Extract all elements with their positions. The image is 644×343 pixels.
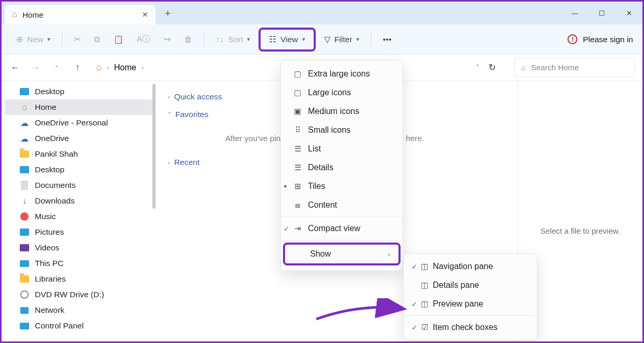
forward-button[interactable]: →: [30, 62, 42, 73]
recent-locations-button[interactable]: ˅: [50, 62, 63, 73]
sidebar-item-desktop[interactable]: Desktop: [2, 84, 156, 99]
desktop-icon: [20, 166, 29, 173]
menu-item-label: Large icons: [308, 88, 351, 97]
pane-icon: ◫: [419, 281, 430, 290]
maximize-button[interactable]: ☐: [588, 2, 615, 24]
sort-button[interactable]: ↑↓ Sort ▾: [211, 32, 255, 47]
submenu-item-item-check-boxes[interactable]: ✓☑Item check boxes: [404, 318, 537, 337]
sort-label: Sort: [228, 35, 243, 44]
up-button[interactable]: ↑: [71, 62, 84, 73]
chevron-down-icon: ˅: [168, 111, 171, 118]
menu-item-list[interactable]: ☰List: [281, 139, 403, 158]
submenu-item-details-pane[interactable]: ◫Details pane: [404, 276, 537, 295]
new-button[interactable]: ⊕ New ▾: [11, 32, 56, 47]
rename-button[interactable]: Aⓘ: [132, 31, 156, 48]
close-window-button[interactable]: ✕: [615, 2, 642, 24]
menu-item-extra-large-icons[interactable]: ▢Extra large icons: [281, 65, 403, 83]
check-icon: ✓: [409, 263, 419, 271]
sidebar-item-label: Libraries: [35, 274, 66, 284]
toolbar: ⊕ New ▾ ✂ ⧉ 📋 Aⓘ ↪ 🗑 ↑↓ Sort ▾ ☷ View ▾ …: [2, 24, 642, 55]
sidebar-item-libraries[interactable]: Libraries: [2, 271, 156, 287]
group-label: Favorites: [175, 110, 209, 119]
menu-item-details[interactable]: ☰Details: [281, 158, 403, 177]
search-box[interactable]: ⌕ Search Home: [514, 58, 635, 77]
warning-icon: !: [568, 34, 577, 44]
cut-button[interactable]: ✂: [69, 32, 86, 47]
menu-item-large-icons[interactable]: ▢Large icons: [281, 83, 403, 102]
network-icon: [20, 307, 29, 314]
refresh-button[interactable]: ↻: [488, 62, 496, 73]
view-menu: ▢Extra large icons ▢Large icons ▣Medium …: [280, 60, 403, 271]
menu-item-tiles[interactable]: ⊞Tiles: [281, 177, 403, 196]
sidebar-item-onedrive-personal[interactable]: ☁OneDrive - Personal: [2, 115, 156, 131]
menu-item-label: Compact view: [308, 224, 360, 233]
breadcrumb[interactable]: ⌂ › Home ›: [92, 58, 468, 77]
filter-button[interactable]: ▽ Filter ▾: [319, 32, 365, 47]
sidebar-item-documents[interactable]: Documents: [2, 177, 156, 193]
sidebar-item-home[interactable]: ⌂Home: [5, 99, 152, 115]
sidebar-item-label: Pictures: [35, 227, 64, 237]
check-icon: ✓: [281, 225, 291, 233]
view-button[interactable]: ☷ View ▾: [264, 32, 310, 47]
menu-separator: [281, 240, 403, 240]
sidebar-item-label: DVD RW Drive (D:): [35, 290, 104, 299]
paste-button[interactable]: 📋: [108, 32, 128, 47]
sidebar-item-dvd-drive[interactable]: DVD RW Drive (D:): [2, 287, 156, 302]
menu-item-label: Show: [310, 249, 331, 259]
preview-hint: Select a file to preview.: [540, 226, 620, 235]
submenu-item-navigation-pane[interactable]: ✓◫Navigation pane: [404, 257, 537, 276]
desktop-icon: [20, 88, 29, 95]
cloud-icon: ☁: [19, 133, 30, 144]
disc-icon: [20, 290, 29, 299]
new-tab-button[interactable]: ＋: [163, 6, 173, 20]
menu-item-show[interactable]: Show›: [285, 245, 398, 263]
separator: [371, 32, 371, 47]
sidebar-item-control-panel[interactable]: Control Panel: [2, 318, 156, 334]
sidebar-item-network[interactable]: Network: [2, 302, 156, 318]
window-tab[interactable]: ⌂ Home ✕: [5, 5, 156, 24]
download-icon: ↓: [19, 196, 30, 206]
filter-label: Filter: [334, 35, 352, 44]
back-button[interactable]: ←: [9, 62, 21, 73]
menu-item-medium-icons[interactable]: ▣Medium icons: [281, 102, 403, 121]
sidebar-item-onedrive[interactable]: ☁OneDrive: [2, 131, 156, 146]
group-label: Recent: [174, 158, 200, 167]
navigation-pane[interactable]: Desktop ⌂Home ☁OneDrive - Personal ☁OneD…: [2, 81, 156, 341]
submenu-item-preview-pane[interactable]: ✓◫Preview pane: [404, 295, 537, 313]
group-label: Quick access: [174, 92, 222, 101]
sidebar-item-label: This PC: [35, 259, 63, 268]
separator: [204, 32, 204, 47]
trash-icon: 🗑: [184, 35, 192, 44]
sidebar-item-pictures[interactable]: Pictures: [2, 224, 156, 240]
title-bar: ⌂ Home ✕ ＋ — ☐ ✕: [2, 2, 642, 24]
menu-item-content[interactable]: ≣Content: [281, 196, 403, 214]
minimize-button[interactable]: —: [561, 2, 588, 24]
chevron-down-icon: ▾: [356, 36, 359, 43]
delete-button[interactable]: 🗑: [179, 32, 198, 47]
menu-item-label: Content: [308, 200, 337, 210]
pc-icon: [20, 260, 29, 267]
more-button[interactable]: •••: [378, 32, 396, 47]
breadcrumb-current[interactable]: Home: [114, 63, 136, 72]
menu-item-label: Extra large icons: [308, 69, 370, 79]
menu-item-label: Tiles: [308, 182, 325, 191]
sidebar-item-label: Control Panel: [35, 321, 84, 331]
sidebar-item-user[interactable]: Pankil Shah: [2, 146, 156, 162]
close-tab-button[interactable]: ✕: [142, 10, 148, 19]
copy-button[interactable]: ⧉: [89, 32, 105, 47]
sidebar-item-this-pc[interactable]: This PC: [2, 256, 156, 271]
address-dropdown-button[interactable]: ˅: [476, 64, 479, 71]
sidebar-item-downloads[interactable]: ↓Downloads: [2, 193, 156, 209]
sign-in-button[interactable]: ! Please sign in: [568, 34, 633, 44]
sidebar-item-videos[interactable]: Videos: [2, 240, 156, 256]
filter-icon: ▽: [324, 35, 330, 44]
chevron-down-icon: ▾: [302, 36, 305, 43]
menu-item-small-icons[interactable]: ⠿Small icons: [281, 121, 403, 139]
view-icon: ☷: [269, 35, 276, 44]
sidebar-item-desktop[interactable]: Desktop: [2, 162, 156, 177]
share-button[interactable]: ↪: [159, 32, 176, 47]
tab-title: Home: [22, 10, 137, 19]
menu-item-compact-view[interactable]: ✓⇥Compact view: [281, 219, 403, 238]
sidebar-item-music[interactable]: Music: [2, 209, 156, 224]
sort-icon: ↑↓: [216, 35, 224, 44]
